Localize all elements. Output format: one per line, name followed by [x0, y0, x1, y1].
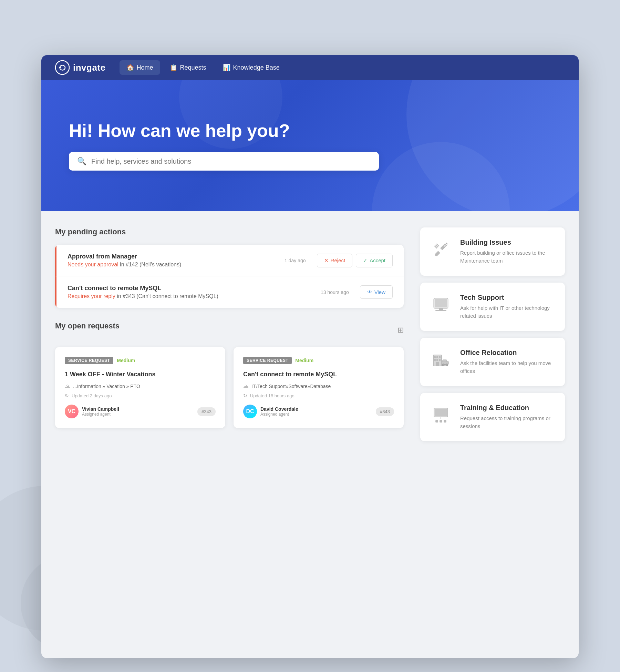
update-icon-1: ↻	[65, 393, 69, 398]
card-updated-2: ↻ Updated 18 hours ago	[243, 393, 394, 398]
action-time-2: 13 hours ago	[321, 289, 349, 295]
agent-details-1: Vivian Campbell Assigned agent	[82, 406, 119, 417]
service-tag-2: SERVICE REQUEST	[243, 357, 292, 364]
catalog-training-education[interactable]: Training & Education Request access to t…	[420, 393, 565, 441]
monitor-icon	[432, 296, 450, 314]
training-education-title: Training & Education	[460, 404, 555, 412]
card-path-1: ⛰ ...Information » Vacation » PTO	[65, 383, 216, 389]
tech-support-desc: Ask for help with IT or other technology…	[460, 304, 555, 320]
svg-rect-5	[435, 299, 447, 307]
svg-point-20	[446, 364, 448, 366]
building-issues-title: Building Issues	[460, 238, 555, 246]
card-footer-1: VC Vivian Campbell Assigned agent #343	[65, 405, 216, 418]
office-relocation-desc: Ask the facilities team to help you move…	[460, 359, 555, 375]
svg-point-0	[55, 61, 69, 74]
navbar: invgate 🏠 Home 📋 Requests 📊 Knowledge Ba…	[41, 55, 579, 80]
pending-actions-card: Approval from Manager Needs your approva…	[55, 245, 404, 308]
office-relocation-text: Office Relocation Ask the facilities tea…	[460, 349, 555, 375]
update-icon-2: ↻	[243, 393, 247, 398]
svg-rect-22	[435, 409, 447, 416]
logo-area: invgate	[55, 60, 106, 75]
view-button-1[interactable]: 👁 View	[360, 285, 393, 299]
card-tags-1: SERVICE REQUEST Medium	[65, 357, 216, 364]
grid-view-icon[interactable]: ⊞	[397, 326, 404, 335]
building-issues-icon-wrap	[430, 238, 452, 261]
nav-home[interactable]: 🏠 Home	[120, 60, 160, 75]
agent-role-1: Assigned agent	[82, 412, 119, 417]
catalog-building-issues[interactable]: Building Issues Report building or offic…	[420, 227, 565, 276]
request-card-1[interactable]: SERVICE REQUEST Medium 1 Week OFF - Wint…	[55, 347, 225, 428]
action-status-1: Needs your approval	[68, 262, 118, 267]
svg-rect-13	[434, 359, 436, 361]
nav-requests[interactable]: 📋 Requests	[163, 60, 213, 75]
svg-rect-12	[439, 356, 441, 358]
catalog-tech-support[interactable]: Tech Support Ask for help with IT or oth…	[420, 283, 565, 331]
building-issues-desc: Report building or office issues to the …	[460, 249, 555, 265]
svg-rect-15	[439, 359, 441, 361]
training-education-text: Training & Education Request access to t…	[460, 404, 555, 430]
svg-rect-8	[435, 310, 446, 311]
card-title-1: 1 Week OFF - Winter Vacations	[65, 370, 216, 378]
action-ref-1: in #142 (Neil's vacations)	[120, 262, 181, 267]
office-relocation-title: Office Relocation	[460, 349, 555, 357]
nav-home-label: Home	[137, 64, 153, 71]
updated-text-1: Updated 2 days ago	[72, 393, 112, 398]
catalog-office-relocation[interactable]: Office Relocation Ask the facilities tea…	[420, 338, 565, 386]
ticket-num-1: #343	[197, 407, 216, 416]
main-window: invgate 🏠 Home 📋 Requests 📊 Knowledge Ba…	[41, 55, 579, 658]
left-column: My pending actions Approval from Manager…	[55, 227, 420, 642]
action-title-1: Approval from Manager	[68, 253, 279, 260]
svg-rect-6	[439, 308, 443, 310]
nav-knowledge-label: Knowledge Base	[233, 64, 280, 71]
search-bar: 🔍	[69, 152, 379, 171]
building-issues-text: Building Issues Report building or offic…	[460, 238, 555, 265]
action-buttons-2: 👁 View	[360, 285, 393, 299]
action-title-2: Can't connect to remote MySQL	[68, 285, 315, 292]
pending-action-2: Can't connect to remote MySQL Requires y…	[55, 276, 404, 308]
card-title-2: Can't connect to remote MySQL	[243, 370, 394, 378]
accept-button-1[interactable]: ✓ Accept	[356, 254, 393, 267]
knowledge-icon: 📊	[223, 64, 230, 71]
nav-requests-label: Requests	[180, 64, 206, 71]
open-requests-header: My open requests ⊞	[55, 322, 404, 339]
agent-name-2: David Coverdale	[260, 406, 298, 412]
hero-title: Hi! How can we help you?	[69, 120, 551, 141]
svg-rect-10	[434, 356, 436, 358]
agent-info-1: VC Vivian Campbell Assigned agent	[65, 405, 119, 418]
path-text-1: ...Information » Vacation » PTO	[73, 384, 140, 389]
content-area: My pending actions Approval from Manager…	[41, 211, 579, 658]
hero-section: Hi! How can we help you? 🔍	[41, 80, 579, 211]
priority-tag-1: Medium	[117, 358, 135, 363]
svg-point-19	[442, 364, 445, 366]
path-icon-1: ⛰	[65, 383, 70, 389]
svg-rect-16	[436, 362, 439, 366]
tech-support-title: Tech Support	[460, 294, 555, 302]
service-catalog: Building Issues Report building or offic…	[420, 227, 565, 642]
action-time-1: 1 day ago	[285, 258, 306, 263]
requests-grid: SERVICE REQUEST Medium 1 Week OFF - Wint…	[55, 347, 404, 428]
training-education-desc: Request access to training programs or s…	[460, 415, 555, 430]
pending-action-1: Approval from Manager Needs your approva…	[55, 245, 404, 276]
search-input[interactable]	[91, 157, 371, 165]
office-icon	[432, 351, 450, 369]
logo-icon	[55, 60, 70, 75]
tools-icon	[432, 241, 450, 258]
agent-role-2: Assigned agent	[260, 412, 298, 417]
card-path-2: ⛰ IT›Tech Support»Software»Database	[243, 383, 394, 389]
avatar-2: DC	[243, 405, 257, 418]
action-status-2: Requires your reply	[68, 293, 115, 299]
agent-name-1: Vivian Campbell	[82, 406, 119, 412]
tech-support-text: Tech Support Ask for help with IT or oth…	[460, 294, 555, 320]
action-info-1: Approval from Manager Needs your approva…	[68, 253, 279, 268]
reject-button-1[interactable]: ✕ Reject	[317, 254, 353, 267]
nav-knowledge[interactable]: 📊 Knowledge Base	[216, 60, 287, 75]
training-icon	[432, 406, 450, 424]
card-tags-2: SERVICE REQUEST Medium	[243, 357, 394, 364]
svg-rect-14	[436, 359, 438, 361]
card-updated-1: ↻ Updated 2 days ago	[65, 393, 216, 398]
updated-text-2: Updated 18 hours ago	[250, 393, 294, 398]
action-buttons-1: ✕ Reject ✓ Accept	[317, 254, 393, 267]
request-card-2[interactable]: SERVICE REQUEST Medium Can't connect to …	[234, 347, 404, 428]
training-icon-wrap	[430, 404, 452, 426]
svg-point-2	[444, 245, 446, 247]
